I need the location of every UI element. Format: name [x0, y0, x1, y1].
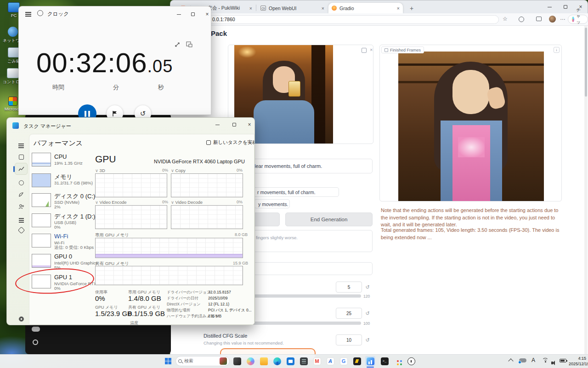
tray-clock[interactable]: 4:15 2025/12/19 [569, 356, 586, 367]
tray-wifi-icon[interactable] [542, 358, 548, 363]
tab-open-webui[interactable]: OI Open WebUI × [257, 3, 328, 13]
cfg-label: Distilled CFG Scale [204, 333, 247, 339]
tm-maximize-button[interactable] [228, 121, 240, 128]
slider1-reset-icon[interactable]: ↺ [363, 282, 372, 292]
disk0-thumbnail[interactable] [32, 193, 51, 207]
gamepad-icon[interactable] [32, 327, 40, 332]
prompt-chip-2[interactable]: y movements. [254, 199, 290, 208]
browser-minimize-button[interactable] [543, 3, 555, 11]
tab-close-icon[interactable]: × [397, 6, 400, 11]
disk1-thumbnail[interactable] [32, 213, 51, 227]
search-icon [178, 359, 182, 363]
slider2-reset-icon[interactable]: ↺ [363, 308, 372, 318]
expand-timer-icon[interactable] [174, 41, 181, 48]
taskbar-alarm-icon[interactable] [406, 356, 416, 366]
tray-battery-icon[interactable] [560, 359, 566, 362]
run-new-task-button[interactable]: 新しいタスクを実行する [206, 139, 255, 146]
clock-minimize-button[interactable] [173, 11, 185, 18]
settings-gear-icon[interactable] [33, 339, 38, 345]
prompt-text: lear movements, full of charm. [254, 163, 322, 169]
ime-mode-indicator[interactable]: A [531, 357, 535, 363]
gpu0-thumbnail[interactable] [32, 254, 51, 268]
tm-nav-menu-icon[interactable] [17, 140, 25, 148]
search-label: 検索 [184, 358, 217, 364]
tm-nav-services-icon[interactable] [17, 226, 25, 234]
taskbar-drawing-app-icon[interactable]: A [325, 356, 335, 366]
taskbar-search-box[interactable]: 検索 [175, 356, 230, 366]
wifi-thumbnail[interactable] [32, 234, 51, 247]
taskbar-launcher-icon[interactable] [393, 356, 403, 366]
finished-frames-panel: Finished Frames ↓ [379, 45, 562, 201]
cfg-value-box[interactable]: 10 [336, 334, 362, 345]
taskbar-gmail-icon[interactable]: M [312, 356, 322, 366]
address-bar[interactable]: 0.0.1:7860 [203, 15, 499, 24]
slider2-value-box[interactable]: 25 [336, 308, 362, 319]
cfg-reset-icon[interactable]: ↺ [363, 335, 372, 345]
control-panel-icon [7, 68, 19, 78]
new-tab-button[interactable]: + [407, 4, 416, 12]
tm-nav-processes-icon[interactable] [17, 153, 25, 161]
minutes-label: 分 [113, 83, 119, 92]
finished-frame-image[interactable] [398, 52, 544, 201]
download-icon[interactable]: ↓ [554, 47, 560, 53]
tab-close-icon[interactable]: × [322, 6, 324, 11]
tray-volume-icon[interactable] [551, 358, 555, 367]
clock-maximize-button[interactable] [187, 11, 199, 18]
cpu-thumbnail[interactable] [32, 153, 51, 167]
scrollbar-thumb[interactable] [585, 28, 587, 97]
tm-nav-app-history-icon[interactable] [17, 178, 25, 187]
clock-close-button[interactable]: × [201, 11, 213, 18]
memory-thumbnail[interactable] [32, 173, 51, 187]
run-task-icon [206, 140, 211, 145]
tm-nav-performance-selected[interactable] [15, 163, 28, 175]
browser-menu-icon[interactable]: … [560, 15, 565, 21]
tm-nav-startup-icon[interactable] [17, 190, 25, 199]
tab-gradio-active[interactable]: Gradio × [328, 3, 403, 13]
gradio-favicon [332, 6, 337, 11]
image-clear-icon[interactable]: × [370, 47, 373, 52]
tm-close-button[interactable]: × [243, 121, 255, 128]
tab-divider [256, 5, 256, 11]
taskbar-store-icon[interactable] [285, 356, 295, 366]
browser-maximize-button[interactable] [560, 3, 571, 11]
tray-onedrive-icon[interactable] [519, 358, 526, 362]
tm-settings-gear-icon[interactable] [17, 315, 25, 323]
end-generation-button[interactable]: End Generation [285, 213, 373, 226]
gpu-chart-copy [171, 173, 243, 197]
shared-memory-chart [95, 266, 243, 285]
profile-avatar[interactable] [549, 16, 556, 23]
frames-label: Finished Frames [390, 48, 421, 52]
copilot-chat-button[interactable]: チャット [568, 15, 588, 24]
slider1-value-box[interactable]: 5 [336, 282, 362, 293]
favorites-star-icon[interactable]: ☆ [503, 16, 508, 22]
taskbar-terminal-icon[interactable]: >_ [379, 356, 390, 366]
pip-icon[interactable] [186, 41, 192, 48]
search-highlight-thumbnail[interactable] [220, 357, 227, 365]
collections-icon[interactable] [536, 17, 542, 21]
gpu-chart-video-encode [95, 205, 167, 229]
taskbar-desktops-icon[interactable] [232, 356, 242, 366]
start-button[interactable] [163, 356, 173, 366]
tab-close-icon[interactable]: × [249, 6, 252, 11]
shared-mem-value: 0.1/15.9 GB [128, 310, 165, 317]
tm-nav-users-icon[interactable] [17, 202, 25, 211]
taskbar-explorer-icon[interactable] [259, 356, 269, 366]
extensions-icon[interactable] [519, 17, 524, 22]
taskbar-capture-icon[interactable] [352, 356, 362, 366]
tm-nav-details-icon[interactable] [17, 214, 25, 223]
image-fullscreen-icon[interactable] [362, 48, 367, 53]
page-scrollbar[interactable] [584, 26, 588, 355]
taskbar-copilot-icon[interactable] [245, 356, 255, 366]
taskbar-calculator-icon[interactable] [299, 356, 309, 366]
prompt-chip-1[interactable]: r movements, full of charm. [253, 187, 339, 197]
tm-minimize-button[interactable] [211, 121, 223, 128]
taskbar-google-icon[interactable]: G [339, 356, 349, 366]
copilot-icon [572, 17, 574, 22]
performance-chart-icon [18, 166, 24, 172]
taskbar-task-manager-icon-active[interactable] [365, 356, 375, 366]
tm-more-button[interactable]: … [249, 138, 255, 145]
taskbar-edge-icon[interactable] [272, 356, 282, 366]
page-title: Pack [211, 29, 227, 37]
network-globe-icon [8, 27, 18, 37]
hamburger-menu-icon[interactable] [25, 12, 31, 13]
